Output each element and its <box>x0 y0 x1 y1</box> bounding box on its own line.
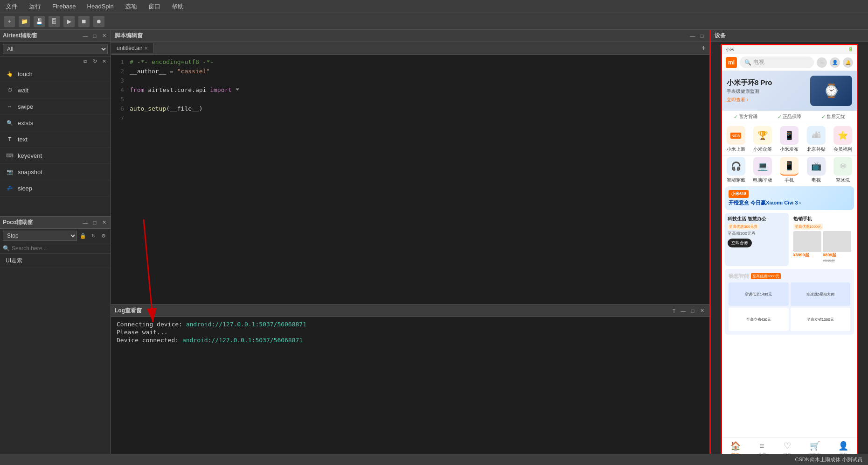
mi-pcat-appliance[interactable]: ❄ 空冰洗 <box>831 157 855 183</box>
airtest-refresh-icon[interactable]: ↻ <box>91 57 98 65</box>
log-icon-max[interactable]: □ <box>689 307 696 315</box>
mi-cat-bj[interactable]: 🏙 北京补贴 <box>804 126 828 153</box>
mi-nav-category[interactable]: ≡ 分类 <box>758 441 766 454</box>
poco-lock-btn[interactable]: 🔒 <box>79 232 87 240</box>
airtest-item-text[interactable]: T text <box>0 131 111 148</box>
editor-icon-max[interactable]: □ <box>698 32 706 40</box>
line-num-7: 7 <box>111 114 130 124</box>
mi-smart-item-3[interactable]: 至高立省430元 <box>729 308 789 331</box>
airtest-icon-max[interactable]: □ <box>91 32 98 40</box>
editor-icon-min[interactable]: — <box>689 32 696 40</box>
poco-tree-item-ui[interactable]: UI走索 <box>0 254 111 268</box>
poco-search-input[interactable] <box>12 245 108 252</box>
menu-run[interactable]: 运行 <box>27 1 43 12</box>
mi-smart-item-2-label: 空冰洗5星期大购 <box>806 292 834 297</box>
line-content-1: # -*- encoding=utf8 -*- <box>130 58 214 68</box>
log-filter-icon[interactable]: T <box>670 307 678 315</box>
editor-tab-plus[interactable]: + <box>698 42 709 54</box>
editor-tab-close[interactable]: ✕ <box>144 46 148 51</box>
save-button[interactable]: 💾 <box>34 16 45 27</box>
menu-headspin[interactable]: HeadSpin <box>85 2 116 11</box>
airtest-item-snapshot[interactable]: 📷 snapshot <box>0 164 111 180</box>
mi-pcat-wearable-icon: 🎧 <box>727 157 745 176</box>
airtest-icon-close[interactable]: ✕ <box>100 32 108 40</box>
editor-area: 脚本编辑窗 — □ untitled.air ✕ + 1 <box>111 30 709 304</box>
poco-icon-min[interactable]: — <box>82 219 89 226</box>
mi-nav-cart[interactable]: 🛒 购物车 <box>808 441 821 454</box>
mi-cat-new[interactable]: NEW 小米上新 <box>724 126 748 153</box>
mi-banner-link[interactable]: 立即查看 › <box>727 97 772 103</box>
poco-title: Poco辅助窗 <box>3 218 33 226</box>
poco-refresh-btn[interactable]: ↻ <box>89 232 97 240</box>
wait-icon: ⏱ <box>6 86 14 94</box>
menu-help[interactable]: 帮助 <box>170 1 186 12</box>
device-status-bar: 小米 🔋 <box>722 45 857 54</box>
mi-pcat-wearable[interactable]: 🎧 智能穿戴 <box>724 157 748 183</box>
poco-settings-btn[interactable]: ⚙ <box>99 232 108 240</box>
mi-life-btn[interactable]: 立即合券 <box>728 239 752 247</box>
mi-nav-service[interactable]: ♡ 服务 <box>783 441 792 454</box>
poco-icon-max[interactable]: □ <box>91 219 98 226</box>
mi-bell-icon[interactable]: 🔔 <box>843 57 853 68</box>
menu-firebase[interactable]: Firebase <box>50 2 78 11</box>
airtest-item-wait[interactable]: ⏱ wait <box>0 82 111 99</box>
mi-cat-vip[interactable]: ⭐ 会员福利 <box>831 126 855 153</box>
mi-cat-new-icon: NEW <box>727 126 745 145</box>
mi-pcat-tv[interactable]: 📺 电视 <box>804 157 828 183</box>
mi-grid-icon[interactable]: ☰ <box>817 57 827 68</box>
mi-smart-item-1[interactable]: 空调低至1499元 <box>729 282 789 306</box>
airtest-close2-icon[interactable]: ✕ <box>100 57 108 65</box>
log-header: Log查看窗 T — □ ✕ <box>111 305 709 317</box>
airtest-items-list: 👆 touch ⏱ wait ↔ swipe 🔍 exists <box>0 66 111 216</box>
mi-header-icons: ☰ 👤 🔔 <box>817 57 853 68</box>
mi-phone-products: ¥3999起 ¥899起 ¥999起 <box>793 231 852 263</box>
run-button[interactable]: ▶ <box>63 16 75 27</box>
airtest-item-sleep[interactable]: 💤 sleep <box>0 180 111 197</box>
mi-smart-item-2[interactable]: 空冰洗5星期大购 <box>791 282 851 306</box>
mi-pcat-laptop[interactable]: 💻 电脑/平板 <box>750 157 774 183</box>
left-column: Airtest辅助窗 — □ ✕ All ⧉ ↻ ✕ <box>0 30 111 454</box>
airtest-copy-icon[interactable]: ⧉ <box>82 57 89 65</box>
record-button[interactable]: ⏺ <box>93 16 104 27</box>
airtest-item-keyevent[interactable]: ⌨ keyevent <box>0 148 111 164</box>
mi-pcat-phone[interactable]: 📱 手机 <box>778 157 801 183</box>
menu-file[interactable]: 文件 <box>4 1 20 12</box>
mi-smart-item-4[interactable]: 至高立省1300元 <box>791 308 851 331</box>
mi-nav-home[interactable]: 🏠 首页 <box>730 441 741 454</box>
mi-nav-profile[interactable]: 👤 我的 <box>838 441 848 454</box>
new-button[interactable]: + <box>4 16 15 27</box>
mi-life-desc: 至高领300元券 <box>728 231 786 237</box>
editor-tab-untitled[interactable]: untitled.air ✕ <box>111 43 154 53</box>
log-icon-close[interactable]: ✕ <box>698 307 706 315</box>
menu-window[interactable]: 窗口 <box>146 1 162 12</box>
mi-cat-vip-icon: ⭐ <box>833 126 852 145</box>
code-area[interactable]: 1 # -*- encoding=utf8 -*- 2 __author__ =… <box>111 55 709 304</box>
log-device-link-1[interactable]: android://127.0.0.1:5037/56068871 <box>186 321 306 328</box>
mi-badge-genuine: ✓正品保障 <box>778 113 801 120</box>
airtest-icon-min[interactable]: — <box>82 32 89 40</box>
menu-options[interactable]: 选项 <box>123 1 139 12</box>
airtest-item-swipe[interactable]: ↔ swipe <box>0 99 111 115</box>
log-icon-min[interactable]: — <box>680 307 687 315</box>
airtest-item-touch[interactable]: 👆 touch <box>0 66 111 82</box>
mi-smart-badge: 至高优惠3000元 <box>751 273 781 279</box>
mi-badges: ✓官方背诵 ✓正品保障 ✓售后无忧 <box>722 111 857 123</box>
mi-header: mi 🔍 电视 ☰ 👤 🔔 <box>722 54 857 71</box>
mi-banner-subtitle: 手表级健康监测 <box>727 88 772 95</box>
poco-icon-close[interactable]: ✕ <box>100 219 108 226</box>
mi-cat-fabu[interactable]: 📱 小米发布 <box>778 126 801 153</box>
log-device-link-2[interactable]: android://127.0.0.1:5037/56068871 <box>182 337 303 344</box>
line-num-1: 1 <box>111 58 130 68</box>
poco-mode-dropdown[interactable]: Stop <box>3 231 77 241</box>
airtest-item-exists[interactable]: 🔍 exists <box>0 115 111 131</box>
airtest-dropdown[interactable]: All <box>3 44 108 54</box>
mi-smart-grid: 空调低至1499元 空冰洗5星期大购 至高立省430元 至高立省1300元 <box>729 282 850 331</box>
save-as-button[interactable]: 🗄 <box>49 16 60 27</box>
mi-cat-zhongchou[interactable]: 🏆 小米众筹 <box>750 126 774 153</box>
log-content: Connecting device: android://127.0.0.1:5… <box>111 317 709 454</box>
mi-user-icon[interactable]: 👤 <box>830 57 840 68</box>
mi-search-bar[interactable]: 🔍 电视 <box>740 56 814 68</box>
open-button[interactable]: 📁 <box>19 16 30 27</box>
stop-button[interactable]: ⏹ <box>78 16 90 27</box>
mi-618-title[interactable]: 开橙意盒 今日赢Xiaomi Civi 3 › <box>729 199 850 206</box>
